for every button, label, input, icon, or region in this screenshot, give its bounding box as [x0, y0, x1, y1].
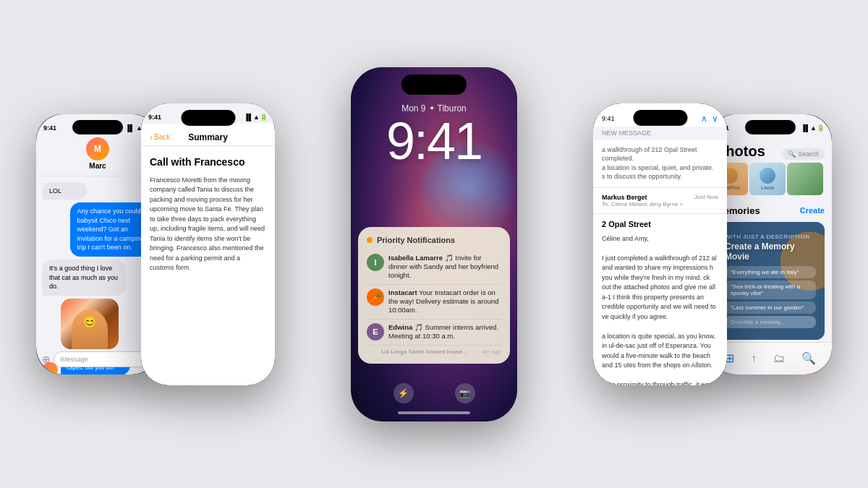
- summary-screen: 9:41 ▐▌▲🔋 ‹ Back Summary Call with Franc…: [141, 103, 275, 385]
- photo-laura[interactable]: Laura: [749, 163, 786, 195]
- lockscreen-bg: Mon 9 ✦ Tiburon 9:41 Priority Notificati…: [351, 67, 517, 421]
- sender-name: Markus Berget: [602, 194, 647, 201]
- message-input-bar: ⊕ iMessage: [42, 351, 153, 367]
- lockscreen-time: 9:41: [351, 114, 517, 167]
- tab-search-icon[interactable]: 🔍: [801, 351, 816, 365]
- dynamic-island: [72, 120, 123, 134]
- time-display: 9:41: [148, 114, 161, 121]
- pn-avatar-edwina: E: [367, 323, 384, 341]
- dynamic-island: [401, 74, 467, 95]
- priority-notifications-card: Priority Notifications I Isabella Lamarr…: [358, 227, 510, 364]
- memory-suggestion-3: "Last summer in our garden": [725, 301, 816, 314]
- memory-suggestion-1: "Everything we ate in Italy": [725, 266, 816, 278]
- mail-screen: 9:41 ∧ ∨ NEW MESSAGE a walkthrough of 21…: [593, 103, 727, 385]
- hero-image: 😊: [61, 299, 119, 349]
- back-button[interactable]: ‹ Back: [150, 132, 170, 142]
- photo-3[interactable]: [787, 163, 823, 195]
- signal-icons: ▐▌▲🔋: [244, 114, 268, 121]
- memory-suggestion-2: "Sea trick-or-treating with a spooky vib…: [725, 281, 816, 299]
- message-input[interactable]: iMessage: [54, 351, 153, 367]
- photos-grid: JaneFine Laura: [709, 163, 832, 195]
- lockscreen-screen: Mon 9 ✦ Tiburon 9:41 Priority Notificati…: [351, 67, 517, 421]
- flashlight-icon[interactable]: ⚡: [393, 383, 414, 403]
- pn-sender-edwina: Edwina 🎵: [388, 323, 423, 331]
- header-label-text: NEW MESSAGE: [602, 129, 651, 137]
- pn-item-edwina: E Edwina 🎵 Summer interns arrived. Meeti…: [367, 320, 501, 346]
- summary-body: Francesco Moretti from the moving compan…: [150, 176, 266, 273]
- pn-text-edwina: Edwina 🎵 Summer interns arrived. Meeting…: [388, 323, 501, 341]
- contact-name: Marc: [89, 162, 106, 170]
- mail-body: Céline and Amy, I just completed a walkt…: [593, 231, 727, 385]
- summary-nav: ‹ Back Summary: [141, 124, 275, 146]
- photos-tab-bar: ⊞ ↑ 🗂 🔍: [709, 342, 832, 374]
- dynamic-island: [745, 120, 796, 134]
- pn-item-instacart: 🥕 Instacart Your Instacart order is on t…: [367, 285, 501, 320]
- pn-sender: Isabella Lamarre 🎵: [388, 254, 454, 262]
- pn-avatar-isabella: I: [367, 254, 384, 271]
- phone-photos: 9:41 ▐▌▲🔋 Photos 🔍 Search: [709, 114, 832, 374]
- input-placeholder: iMessage: [60, 356, 88, 363]
- avatar-laura: [760, 168, 775, 184]
- signal-icons: ▐▌▲🔋: [801, 124, 825, 132]
- contact-avatar: M: [86, 137, 109, 160]
- mail-intro: a walkthrough of 212 Opal Street complet…: [593, 140, 727, 188]
- memories-section: Memories Create WITH JUST A DESCRIPTION …: [709, 200, 832, 346]
- chevron-up-icon[interactable]: ∧: [701, 114, 707, 124]
- dynamic-island: [633, 110, 687, 126]
- pn-text-isabella: Isabella Lamarre 🎵 Invite for dinner wit…: [388, 254, 501, 281]
- phone-summary: 9:41 ▐▌▲🔋 ‹ Back Summary Call with Franc…: [141, 103, 275, 385]
- pn-sender-instacart: Instacart: [388, 288, 417, 296]
- mail-subject: 2 Opal Street: [593, 214, 727, 231]
- tab-albums-icon[interactable]: 🗂: [773, 352, 785, 365]
- tab-shared-icon[interactable]: ↑: [751, 352, 757, 365]
- camera-icon[interactable]: 📷: [455, 383, 475, 403]
- photos-content: 9:41 ▐▌▲🔋 Photos 🔍 Search: [709, 114, 832, 374]
- phone-mail: 9:41 ∧ ∨ NEW MESSAGE a walkthrough of 21…: [593, 103, 727, 385]
- chevron-down-icon[interactable]: ∨: [712, 114, 718, 124]
- mail-nav-icons: ∧ ∨: [701, 114, 718, 124]
- back-label: Back: [154, 133, 170, 141]
- call-title: Call with Francesco: [150, 155, 266, 170]
- hero-face: 😊: [72, 309, 108, 349]
- pn-title: Priority Notifications: [377, 236, 455, 244]
- msg-bubble-cat: It's a good thing I love that cat as muc…: [42, 260, 126, 296]
- lockscreen-bottom-icons: ⚡ 📷: [351, 383, 517, 403]
- memory-card-title: Create a Memory Movie: [725, 241, 816, 262]
- recipients: To: Céline Mélard, Amy Byrne >: [602, 201, 718, 207]
- msg-bubble-lol: LOL: [42, 182, 87, 200]
- search-label: Search: [798, 150, 819, 158]
- summary-title: Summary: [188, 132, 228, 142]
- mail-content: 9:41 ∧ ∨ NEW MESSAGE a walkthrough of 21…: [593, 103, 727, 385]
- pn-item-isabella: I Isabella Lamarre 🎵 Invite for dinner w…: [367, 250, 501, 285]
- dynamic-island: [181, 110, 235, 126]
- add-icon[interactable]: ⊕: [42, 354, 51, 365]
- new-message-label: NEW MESSAGE: [593, 127, 727, 140]
- search-button[interactable]: 🔍 Search: [782, 148, 825, 160]
- sun-icon: ✦: [429, 104, 435, 112]
- send-time: Just Now: [694, 194, 718, 200]
- memories-header: Memories Create: [716, 205, 825, 216]
- photos-screen: 9:41 ▐▌▲🔋 Photos 🔍 Search: [709, 114, 832, 374]
- search-icon: 🔍: [788, 150, 796, 158]
- pn-text-instacart: Instacart Your Instacart order is on the…: [388, 288, 501, 315]
- create-button[interactable]: Create: [800, 206, 825, 215]
- time-display: 9:41: [43, 124, 56, 132]
- phone-lockscreen: Mon 9 ✦ Tiburon 9:41 Priority Notificati…: [351, 67, 517, 421]
- home-bar: [398, 411, 470, 414]
- describe-memory-input[interactable]: Describe a memory...: [725, 316, 816, 328]
- pn-avatar-instacart: 🥕: [367, 288, 384, 306]
- pn-header: Priority Notifications: [367, 236, 501, 244]
- summary-content: Call with Francesco Francesco Moretti fr…: [141, 146, 275, 282]
- mail-sender-info: Markus Berget Just Now To: Céline Mélard…: [593, 188, 727, 214]
- describe-placeholder: Describe a memory...: [731, 319, 785, 325]
- memory-subtitle: WITH JUST A DESCRIPTION: [725, 234, 816, 240]
- phones-container: 9:41 ▐▌▲🔋 M Marc LOL Any chance you coul…: [0, 0, 868, 488]
- time-display: 9:41: [602, 115, 615, 122]
- pn-footer: Lia Longa Sanits booked house... 4m ago: [367, 346, 501, 355]
- photos-header: Photos 🔍 Search: [709, 134, 832, 163]
- memory-card[interactable]: WITH JUST A DESCRIPTION Create a Memory …: [716, 222, 825, 340]
- pn-dot: [367, 237, 373, 243]
- label-laura: Laura: [761, 185, 774, 190]
